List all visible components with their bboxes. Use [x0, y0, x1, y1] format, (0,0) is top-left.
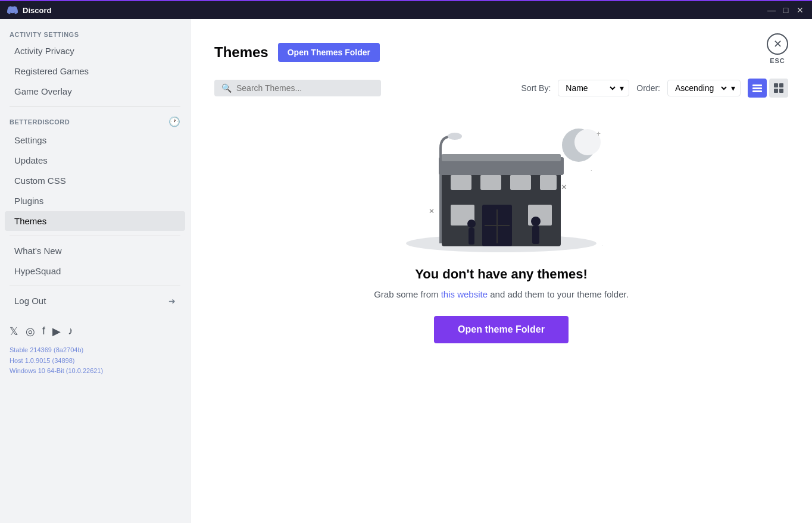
sidebar-item-label: Activity Privacy	[14, 46, 74, 56]
order-chevron-icon: ▾	[731, 83, 735, 93]
version-os: Windows 10 64-Bit (10.0.22621)	[10, 366, 180, 377]
svg-text:✕: ✕	[429, 207, 435, 215]
title-bar: Discord — □ ✕	[0, 0, 812, 19]
logout-icon: ➜	[168, 296, 176, 306]
svg-rect-10	[442, 154, 561, 161]
sidebar-item-activity-privacy[interactable]: Activity Privacy	[5, 41, 185, 61]
maximize-button[interactable]: □	[781, 5, 791, 15]
sidebar-item-game-overlay[interactable]: Game Overlay	[5, 82, 185, 101]
sidebar-item-updates[interactable]: Updates	[5, 151, 185, 170]
open-theme-folder-button[interactable]: Open theme Folder	[434, 316, 569, 343]
facebook-icon[interactable]: f	[42, 325, 45, 338]
this-website-link[interactable]: this website	[441, 289, 488, 299]
activity-settings-label: ACTIVITY SETTINGS	[0, 26, 190, 40]
betterdiscord-label: BETTERDISCORD	[10, 118, 70, 126]
svg-text:·: ·	[602, 244, 603, 247]
betterdiscord-section-header: BETTERDISCORD 🕐	[0, 111, 190, 130]
sidebar-item-label: Updates	[14, 155, 48, 165]
svg-rect-5	[774, 89, 778, 93]
youtube-icon[interactable]: ▶	[52, 325, 61, 338]
sidebar-divider-1	[10, 106, 180, 107]
sort-by-dropdown[interactable]: Name Description Version Author	[563, 83, 617, 93]
svg-rect-3	[774, 83, 778, 87]
esc-label: ESC	[770, 57, 785, 64]
empty-state: ✕ ✕ · + · ✕ ✕ You don't have a	[214, 121, 788, 343]
sidebar-item-plugins[interactable]: Plugins	[5, 191, 185, 211]
page-header: Themes Open Themes Folder	[214, 43, 788, 62]
svg-rect-12	[480, 175, 501, 190]
svg-point-27	[531, 217, 541, 226]
svg-rect-0	[752, 84, 762, 86]
svg-rect-6	[779, 89, 783, 93]
controls-bar: 🔍 Sort By: Name Description Version Auth…	[214, 79, 788, 98]
sidebar-item-settings[interactable]: Settings	[5, 130, 185, 150]
sidebar-footer: 𝕏 ◎ f ▶ ♪ Stable 214369 (8a2704b) Host 1…	[0, 315, 190, 386]
tiktok-icon[interactable]: ♪	[68, 325, 73, 338]
sidebar-item-hypesquad[interactable]: HypeSquad	[5, 261, 185, 281]
history-icon: 🕐	[168, 116, 180, 127]
empty-title: You don't have any themes!	[415, 267, 588, 282]
svg-text:·: ·	[591, 167, 592, 173]
sidebar-item-whats-new[interactable]: What's New	[5, 241, 185, 261]
sort-by-chevron-icon: ▾	[620, 83, 624, 93]
logout-label: Log Out	[14, 296, 46, 306]
sidebar-item-label: Game Overlay	[14, 86, 72, 96]
sort-by-select[interactable]: Name Description Version Author ▾	[558, 80, 629, 96]
close-circle-icon[interactable]: ✕	[767, 33, 788, 55]
twitter-icon[interactable]: 𝕏	[10, 325, 18, 338]
order-select[interactable]: Ascending Descending ▾	[667, 80, 741, 96]
title-bar-left: Discord	[7, 5, 51, 15]
sidebar-divider-3	[10, 286, 180, 286]
sidebar-divider-2	[10, 236, 180, 236]
sidebar-item-label: Themes	[14, 216, 46, 226]
sidebar-item-registered-games[interactable]: Registered Games	[5, 61, 185, 81]
sidebar: ACTIVITY SETTINGS Activity Privacy Regis…	[0, 19, 190, 523]
close-esc-button[interactable]: ✕ ESC	[767, 33, 788, 64]
empty-desc-pre: Grab some from	[374, 289, 441, 299]
sidebar-item-label: Registered Games	[14, 66, 89, 76]
version-info: Stable 214369 (8a2704b) Host 1.0.9015 (3…	[10, 345, 180, 377]
sidebar-item-logout[interactable]: Log Out ➜	[5, 291, 185, 311]
sidebar-item-label: Plugins	[14, 196, 43, 206]
grid-view-button[interactable]	[769, 79, 788, 98]
sort-by-label: Sort By:	[521, 83, 551, 93]
discord-logo-icon	[7, 5, 18, 15]
svg-rect-26	[469, 228, 474, 245]
sidebar-item-label: Custom CSS	[14, 176, 66, 186]
search-input[interactable]	[236, 83, 374, 93]
sort-controls: Sort By: Name Description Version Author…	[521, 79, 788, 98]
app-title: Discord	[23, 6, 51, 15]
app-container: ACTIVITY SETTINGS Activity Privacy Regis…	[0, 19, 812, 523]
svg-rect-14	[540, 175, 557, 190]
svg-rect-4	[779, 83, 783, 87]
svg-rect-1	[752, 87, 762, 89]
sidebar-item-label: What's New	[14, 246, 62, 256]
svg-point-25	[467, 220, 476, 228]
sidebar-item-themes[interactable]: Themes	[5, 211, 185, 231]
svg-text:✕: ✕	[561, 183, 567, 192]
sidebar-item-label: HypeSquad	[14, 266, 61, 276]
window-controls: — □ ✕	[767, 5, 805, 15]
order-dropdown[interactable]: Ascending Descending	[673, 83, 729, 93]
instagram-icon[interactable]: ◎	[26, 325, 35, 338]
svg-text:+: +	[596, 130, 601, 138]
search-box: 🔍	[214, 80, 381, 96]
empty-illustration: ✕ ✕ · + · ✕ ✕	[388, 121, 614, 252]
search-icon: 🔍	[221, 83, 232, 93]
list-view-icon	[752, 83, 762, 93]
empty-description: Grab some from this website and add them…	[374, 289, 629, 299]
sidebar-item-label: Settings	[14, 135, 46, 145]
svg-rect-28	[532, 226, 539, 244]
page-title: Themes	[214, 44, 268, 61]
sidebar-item-custom-css[interactable]: Custom CSS	[5, 171, 185, 190]
main-content: ✕ ESC Themes Open Themes Folder 🔍 Sort B…	[190, 19, 812, 523]
close-x-icon: ✕	[773, 37, 782, 51]
social-icons: 𝕏 ◎ f ▶ ♪	[10, 325, 180, 338]
svg-rect-13	[510, 175, 531, 190]
svg-point-21	[448, 133, 462, 140]
minimize-button[interactable]: —	[767, 5, 776, 15]
open-themes-folder-button[interactable]: Open Themes Folder	[278, 43, 380, 62]
order-label: Order:	[636, 83, 660, 93]
list-view-button[interactable]	[748, 79, 767, 98]
close-button[interactable]: ✕	[795, 5, 805, 15]
